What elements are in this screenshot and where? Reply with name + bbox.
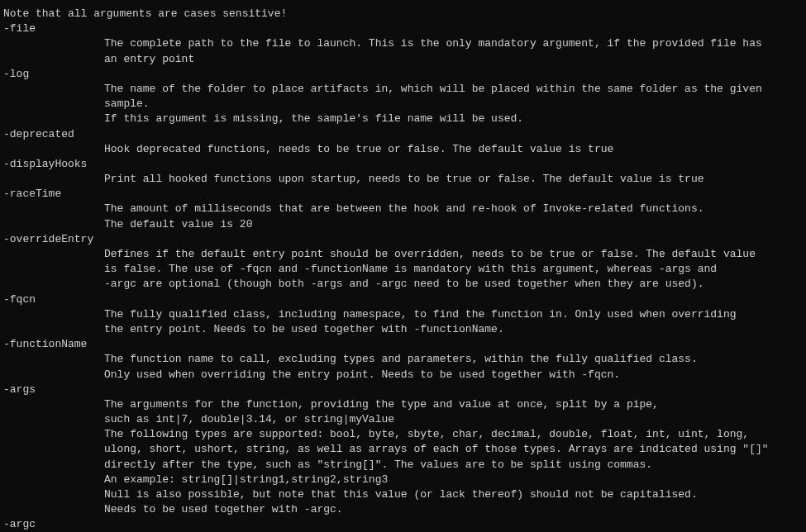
arg-deprecated: -deprecated Hook deprecated functions, n…: [3, 127, 803, 157]
arg-argc: -argc The number of arguments that are p…: [3, 517, 803, 532]
arg-fqcn: -fqcn The fully qualified class, includi…: [3, 292, 803, 338]
arg-desc-displayhooks: Print all hooked functions upon startup,…: [3, 172, 803, 187]
arg-name-file: -file: [3, 21, 803, 36]
arg-file: -file The complete path to the file to l…: [3, 21, 803, 67]
arg-desc-args: The arguments for the function, providin…: [3, 397, 803, 518]
arg-overrideentry: -overrideEntry Defines if the default en…: [3, 232, 803, 292]
arg-racetime: -raceTime The amount of milliseconds tha…: [3, 187, 803, 232]
arg-desc-overrideentry: Defines if the default entry point shoul…: [3, 247, 803, 292]
arg-name-racetime: -raceTime: [3, 187, 803, 202]
intro-note: Note that all arguments are cases sensit…: [3, 7, 803, 21]
arg-args: -args The arguments for the function, pr…: [3, 382, 803, 518]
arg-desc-file: The complete path to the file to launch.…: [3, 36, 803, 66]
arg-name-displayhooks: -displayHooks: [3, 157, 803, 172]
arg-name-log: -log: [3, 67, 803, 82]
arg-log: -log The name of the folder to place art…: [3, 67, 803, 127]
arg-name-functionname: -functionName: [3, 337, 803, 352]
arg-name-deprecated: -deprecated: [3, 127, 803, 142]
arg-desc-log: The name of the folder to place artifact…: [3, 82, 803, 127]
arg-name-args: -args: [3, 382, 803, 397]
arg-desc-deprecated: Hook deprecated functions, needs to be t…: [3, 142, 803, 157]
arg-desc-fqcn: The fully qualified class, including nam…: [3, 307, 803, 337]
arg-desc-racetime: The amount of milliseconds that are betw…: [3, 202, 803, 231]
arg-displayhooks: -displayHooks Print all hooked functions…: [3, 157, 803, 187]
arg-functionname: -functionName The function name to call,…: [3, 337, 803, 382]
arg-desc-functionname: The function name to call, excluding typ…: [3, 352, 803, 382]
arg-name-fqcn: -fqcn: [3, 292, 803, 307]
arg-name-argc: -argc: [3, 517, 803, 532]
arg-name-overrideentry: -overrideEntry: [3, 232, 803, 247]
